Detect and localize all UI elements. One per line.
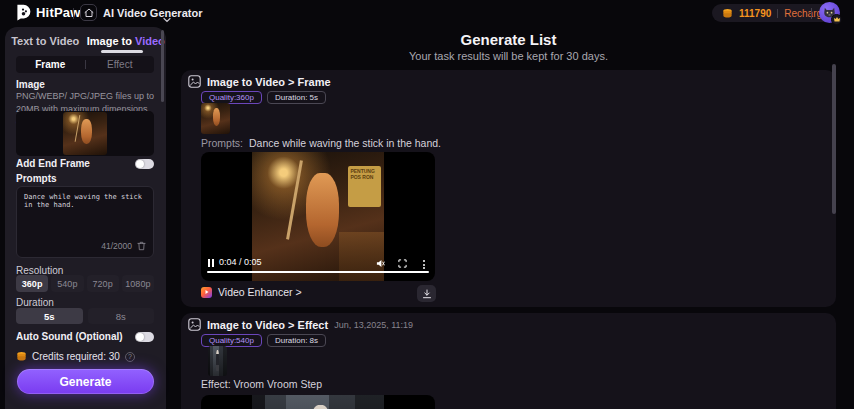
prompt-line: Prompts:Dance while waving the stick in …: [201, 137, 441, 149]
video-frame-content: [252, 395, 384, 409]
fullscreen-icon[interactable]: [398, 259, 407, 268]
video-progress-bar[interactable]: [207, 271, 429, 274]
help-icon[interactable]: ?: [125, 352, 135, 362]
task-title: Image to Video > Effect: [207, 319, 328, 331]
overflow-menu-icon[interactable]: [423, 260, 425, 269]
resolution-1080p[interactable]: 1080p: [122, 275, 154, 292]
effect-line: Effect: Vroom Vroom Step: [201, 378, 322, 390]
uploaded-image-thumbnail[interactable]: [63, 112, 107, 155]
image-section-label: Image: [16, 79, 45, 90]
home-button[interactable]: [80, 4, 97, 21]
app-window: HitPaw AI Video Generator 111790 Recharg…: [0, 0, 854, 409]
duration-tag: Duration: 5s: [267, 91, 326, 104]
page-title: Generate List: [181, 31, 836, 48]
topbar-divider: [73, 8, 74, 19]
download-icon: [422, 289, 432, 299]
video-porch-shape: [339, 232, 384, 281]
credits-count: 111790: [739, 8, 771, 19]
auto-sound-row: Auto Sound (Optional): [16, 331, 154, 342]
prompts-label: Prompts: [16, 173, 57, 184]
toggle-knob: [136, 160, 144, 168]
resolution-360p[interactable]: 360p: [16, 275, 48, 292]
sidebar: Text to Video Image to Video Frame Effec…: [5, 27, 166, 409]
video-enhancer-icon: [201, 287, 212, 298]
duration-options: 5s 8s: [16, 308, 154, 324]
sidebar-tabs: Text to Video Image to Video: [5, 32, 166, 49]
video-person-shape: [310, 405, 331, 409]
video-player[interactable]: PENTUNG POS RON 0:04 / 0:05: [201, 152, 435, 281]
pill-divider: [777, 9, 778, 18]
tab-text-to-video[interactable]: Text to Video: [5, 35, 86, 47]
add-end-frame-row: Add End Frame: [16, 158, 154, 169]
avatar[interactable]: [819, 2, 840, 23]
thumb-character-shape: [81, 119, 92, 144]
video-enhancer-label: Video Enhancer >: [218, 286, 302, 298]
coin-icon: [722, 8, 733, 19]
thumb-stick-shape: [74, 115, 80, 141]
duration-label: Duration: [16, 297, 54, 308]
generate-button[interactable]: Generate: [17, 369, 154, 394]
page-subtitle: Your task results will be kept for 30 da…: [181, 50, 836, 62]
auto-sound-label: Auto Sound (Optional): [16, 331, 123, 342]
resolution-540p[interactable]: 540p: [51, 275, 83, 292]
auto-sound-toggle[interactable]: [135, 332, 154, 342]
frame-effect-switch: Frame Effect: [16, 56, 154, 73]
prompt-label: Prompts:: [201, 137, 243, 149]
prompt-input-box: Dance while waving the stick in the hand…: [16, 186, 154, 258]
trash-icon[interactable]: [137, 241, 146, 251]
pause-icon[interactable]: [208, 259, 214, 267]
coin-icon: [16, 351, 27, 362]
sidebar-scrollbar-thumb[interactable]: [161, 30, 164, 102]
image-to-video-icon: [188, 75, 201, 88]
video-frame-content: PENTUNG POS RON: [252, 152, 384, 281]
subtab-effect[interactable]: Effect: [86, 59, 155, 70]
crown-badge-icon: [831, 14, 842, 25]
resolution-720p[interactable]: 720p: [87, 275, 119, 292]
image-upload-area[interactable]: [16, 111, 154, 156]
add-end-frame-toggle[interactable]: [135, 159, 154, 169]
video-timestamp: 0:04 / 0:05: [219, 257, 262, 267]
credits-required-label: Credits required: 30: [32, 351, 120, 362]
task-card-effect: Image to Video > Effect Jun, 13,2025, 11…: [181, 313, 836, 409]
duration-tag: Duration: 8s: [267, 334, 326, 347]
prompt-textarea[interactable]: Dance while waving the stick in the hand…: [17, 187, 153, 233]
task-title: Image to Video > Frame: [207, 76, 331, 88]
task-date: Jun, 13,2025, 11:19: [334, 320, 413, 330]
prompt-text: Dance while waving the stick in the hand…: [249, 137, 441, 149]
active-tab-indicator: [101, 50, 143, 53]
topbar: HitPaw AI Video Generator 111790 Recharg…: [0, 0, 854, 26]
main-scrollbar-thumb[interactable]: [832, 64, 836, 214]
download-button[interactable]: [417, 285, 436, 302]
video-enhancer-link[interactable]: Video Enhancer >: [201, 286, 302, 298]
credits-required-row: Credits required: 30 ?: [16, 351, 135, 362]
video-player[interactable]: [201, 395, 435, 409]
thumb-character-shape: [213, 108, 220, 126]
resolution-options: 360p 540p 720p 1080p: [16, 275, 154, 292]
home-icon: [84, 4, 94, 22]
source-image-thumbnail[interactable]: [201, 103, 230, 134]
thumb-person-shape: [216, 350, 219, 371]
char-counter: 41/2000: [101, 241, 132, 251]
duration-8s[interactable]: 8s: [88, 308, 155, 324]
task-card-frame: Image to Video > Frame Quality:360p Dura…: [181, 70, 836, 307]
duration-5s[interactable]: 5s: [16, 308, 83, 324]
toggle-knob: [136, 333, 144, 341]
subtab-frame[interactable]: Frame: [16, 59, 85, 70]
chevron-down-icon[interactable]: [163, 9, 171, 27]
topbar-divider-2: [811, 8, 812, 19]
add-end-frame-label: Add End Frame: [16, 158, 90, 169]
video-sign: PENTUNG POS RON: [348, 166, 381, 207]
mute-icon[interactable]: [376, 259, 385, 268]
nav-product-label[interactable]: AI Video Generator: [103, 7, 202, 19]
source-image-thumbnail[interactable]: [208, 346, 227, 376]
image-to-video-icon: [188, 318, 201, 331]
tab-image-to-video[interactable]: Image to Video: [86, 35, 167, 47]
hitpaw-logo-icon[interactable]: [14, 4, 31, 21]
video-character-shape: [306, 173, 339, 248]
video-stick-shape: [286, 160, 303, 239]
